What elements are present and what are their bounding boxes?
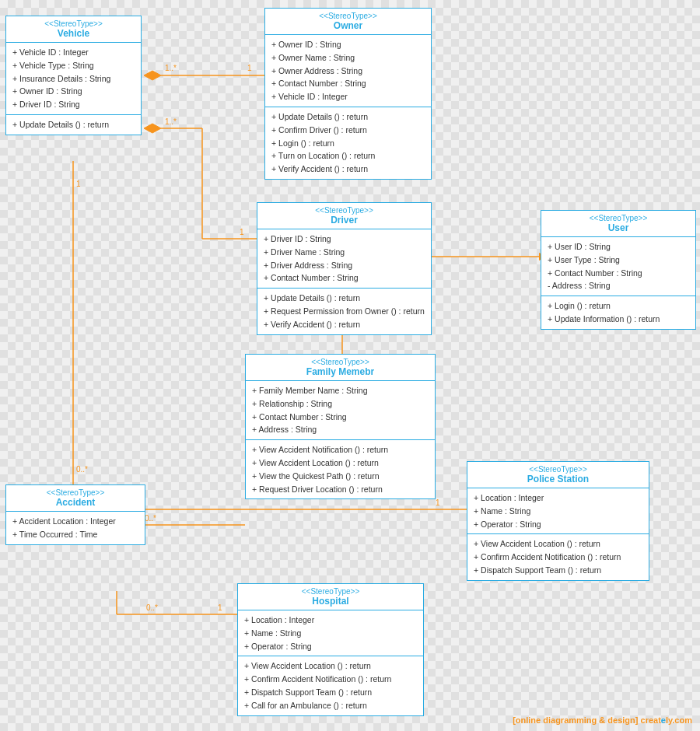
owner-method-3: + Login () : return [271,137,425,150]
accident-attributes: + Accident Location : Integer + Time Occ… [6,512,145,544]
family-method-1: + View Accident Notification () : return [252,443,429,456]
svg-text:1: 1 [218,603,222,612]
police-station-header: <<StereoType>> Police Station [467,462,649,488]
driver-header: <<StereoType>> Driver [257,203,431,229]
police-method-3: + Dispatch Support Team () : return [474,564,642,577]
vehicle-attr-3: + Insurance Details : String [12,72,135,86]
owner-attr-3: + Owner Address : String [271,65,425,78]
hospital-class: <<StereoType>> Hospital + Location : Int… [237,583,424,716]
svg-marker-0 [144,71,161,80]
hospital-header: <<StereoType>> Hospital [238,584,423,610]
hospital-method-4: + Call for an Ambulance () : return [244,699,417,712]
vehicle-method-1: + Update Details () : return [12,118,135,131]
user-classname: User [546,222,691,233]
family-method-4: + Request Driver Location () : return [252,483,429,496]
accident-stereotype: <<StereoType>> [11,488,140,497]
hospital-classname: Hospital [243,596,418,607]
svg-text:1: 1 [436,498,440,507]
svg-text:1..*: 1..* [165,64,177,72]
user-method-1: + Login () : return [548,299,689,313]
vehicle-methods: + Update Details () : return [6,115,141,135]
family-member-methods: + View Accident Notification () : return… [246,440,435,498]
vehicle-attr-4: + Owner ID : String [12,85,135,98]
svg-text:0..*: 0..* [146,603,158,612]
family-attr-2: + Relationship : String [252,397,429,411]
police-attr-1: + Location : Integer [474,491,642,505]
driver-attr-3: + Driver Address : String [264,259,425,272]
hospital-attr-3: + Operator : String [244,640,417,653]
owner-attributes: + Owner ID : String + Owner Name : Strin… [265,35,431,107]
driver-attr-1: + Driver ID : String [264,233,425,246]
owner-attr-1: + Owner ID : String [271,38,425,51]
driver-classname: Driver [262,215,426,226]
police-method-1: + View Accident Location () : return [474,537,642,551]
police-methods: + View Accident Location () : return + C… [467,534,649,579]
family-attr-4: + Address : String [252,423,429,436]
driver-method-3: + Verify Accident () : return [264,318,425,331]
owner-attr-5: + Vehicle ID : Integer [271,90,425,103]
owner-method-4: + Turn on Location () : return [271,149,425,163]
user-attr-1: + User ID : String [548,240,689,254]
watermark-brand: creat [641,715,661,725]
family-member-attributes: + Family Member Name : String + Relation… [246,381,435,440]
family-member-class: <<StereoType>> Family Memebr + Family Me… [245,354,436,499]
vehicle-class: <<StereoType>> Vehicle + Vehicle ID : In… [5,16,142,135]
police-attr-3: + Operator : String [474,518,642,531]
watermark-text: [online diagramming & design] [513,715,640,725]
driver-methods: + Update Details () : return + Request P… [257,289,431,334]
police-classname: Police Station [472,474,644,484]
driver-attr-2: + Driver Name : String [264,246,425,259]
vehicle-attr-2: + Vehicle Type : String [12,59,135,72]
police-method-2: + Confirm Accident Notification () : ret… [474,551,642,564]
svg-text:1: 1 [240,228,244,236]
police-station-class: <<StereoType>> Police Station + Location… [467,461,649,581]
police-attr-2: + Name : String [474,505,642,518]
vehicle-classname: Vehicle [11,28,136,39]
owner-attr-4: + Contact Number : String [271,77,425,90]
svg-text:1: 1 [247,64,252,72]
owner-method-1: + Update Details () : return [271,110,425,124]
user-attr-4: - Address : String [548,279,689,292]
svg-marker-4 [144,124,161,133]
driver-class: <<StereoType>> Driver + Driver ID : Stri… [257,202,432,335]
user-header: <<StereoType>> User [541,211,695,237]
vehicle-header: <<StereoType>> Vehicle [6,16,141,43]
accident-header: <<StereoType>> Accident [6,485,145,512]
hospital-methods: + View Accident Location () : return + C… [238,656,423,715]
owner-method-2: + Confirm Driver () : return [271,124,425,137]
accident-classname: Accident [11,497,140,508]
user-class: <<StereoType>> User + User ID : String +… [541,210,696,330]
family-method-3: + View the Quickest Path () : return [252,470,429,483]
driver-attributes: + Driver ID : String + Driver Name : Str… [257,229,431,289]
owner-header: <<StereoType>> Owner [265,9,431,35]
family-attr-1: + Family Member Name : String [252,384,429,397]
user-methods: + Login () : return + Update Information… [541,296,695,329]
vehicle-attr-5: + Driver ID : String [12,98,135,111]
watermark-tld: .com [672,715,692,725]
driver-stereotype: <<StereoType>> [262,206,426,215]
svg-text:1: 1 [76,180,81,188]
svg-text:0..*: 0..* [76,465,88,474]
user-attr-2: + User Type : String [548,254,689,267]
hospital-method-1: + View Accident Location () : return [244,659,417,673]
family-attr-3: + Contact Number : String [252,411,429,424]
user-attributes: + User ID : String + User Type : String … [541,237,695,296]
accident-class: <<StereoType>> Accident + Accident Locat… [5,484,145,545]
driver-attr-4: + Contact Number : String [264,271,425,285]
user-stereotype: <<StereoType>> [546,214,691,222]
police-attributes: + Location : Integer + Name : String + O… [467,488,649,534]
driver-method-2: + Request Permission from Owner () : ret… [264,305,425,318]
family-member-classname: Family Memebr [250,366,430,377]
owner-stereotype: <<StereoType>> [270,12,426,20]
vehicle-attributes: + Vehicle ID : Integer + Vehicle Type : … [6,43,141,115]
svg-text:1..*: 1..* [165,117,177,126]
owner-methods: + Update Details () : return + Confirm D… [265,107,431,179]
owner-classname: Owner [270,20,426,31]
owner-method-5: + Verify Accident () : return [271,163,425,176]
accident-attr-2: + Time Occurred : Time [12,528,138,541]
watermark: [online diagramming & design] creately.c… [513,715,692,725]
svg-text:0..*: 0..* [145,514,156,523]
hospital-attributes: + Location : Integer + Name : String + O… [238,610,423,656]
hospital-attr-2: + Name : String [244,627,417,640]
accident-attr-1: + Accident Location : Integer [12,515,138,528]
